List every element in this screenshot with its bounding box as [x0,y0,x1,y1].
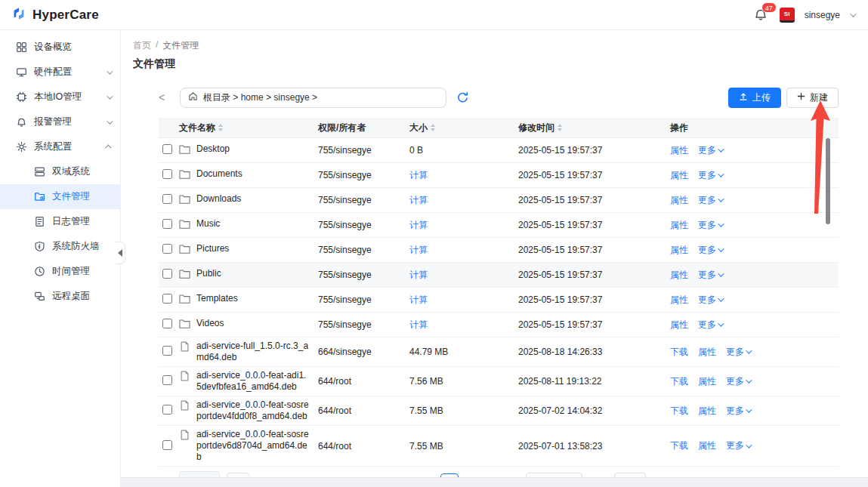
row-checkbox[interactable] [162,194,172,204]
download-link[interactable]: 下载 [670,439,688,452]
row-checkbox[interactable] [162,405,172,415]
more-link[interactable]: 更多 [726,346,750,359]
sidebar-item-label: 硬件配置 [34,66,72,79]
properties-link[interactable]: 属性 [670,244,688,257]
compute-size-link[interactable]: 计算 [409,319,428,330]
row-checkbox[interactable] [162,244,172,254]
file-size: 7.55 MB [409,441,443,452]
more-link[interactable]: 更多 [698,294,722,307]
sort-icon[interactable] [218,124,223,131]
refresh-button[interactable] [454,89,471,106]
row-checkbox[interactable] [162,169,172,179]
file-name[interactable]: adi-service_0.0.0-feat-sosreportdev6d870… [196,429,318,463]
sidebar-item-7[interactable]: 日志管理 [0,209,120,234]
file-name[interactable]: adi-service-full_1.5.0-rc.3_amd64.deb [196,341,318,363]
more-link[interactable]: 更多 [698,319,722,331]
file-name[interactable]: adi-service_0.0.0-feat-sosreportdev4fdd0… [196,399,318,422]
download-link[interactable]: 下载 [670,375,688,388]
more-link[interactable]: 更多 [698,144,722,157]
breadcrumb-home[interactable]: 首页 [133,39,151,52]
properties-link[interactable]: 属性 [670,294,688,307]
sort-icon[interactable] [558,124,562,131]
file-name[interactable]: Music [196,218,227,230]
properties-link[interactable]: 属性 [670,319,688,331]
more-link[interactable]: 更多 [698,194,722,207]
file-name[interactable]: Public [196,268,229,279]
row-checkbox[interactable] [162,144,172,154]
more-link[interactable]: 更多 [698,269,722,282]
download-link[interactable]: 下载 [670,405,688,418]
row-actions: 下载属性更多 [670,346,839,359]
row-checkbox[interactable] [162,346,172,356]
more-link[interactable]: 更多 [726,439,750,452]
compute-size-link[interactable]: 计算 [409,195,428,205]
sidebar-item-label: 时间管理 [52,265,90,278]
sidebar-item-2[interactable]: 本地IO管理 [0,85,120,109]
brand[interactable]: HyperCare [0,5,99,25]
username-label[interactable]: sinsegye [805,10,840,20]
sidebar-item-4[interactable]: 系统配置 [0,134,120,159]
file-name[interactable]: Pictures [196,243,236,254]
folder-icon [179,269,190,282]
breadcrumb-separator: / [156,39,158,52]
sidebar-item-10[interactable]: 远程桌面 [0,284,120,309]
path-input[interactable]: 根目录 > home > sinsegye > [180,88,446,108]
properties-link[interactable]: 属性 [698,346,716,359]
vertical-scrollbar-thumb[interactable] [826,138,830,224]
properties-link[interactable]: 属性 [698,439,716,452]
file-name[interactable]: Templates [196,293,246,304]
sidebar-collapse-handle[interactable] [116,242,125,264]
sidebar-item-1[interactable]: 硬件配置 [0,60,120,85]
file-name[interactable]: adi-service_0.0.0-feat-adi1.5devfbfea16_… [196,370,318,393]
user-menu-chevron-down-icon[interactable] [850,11,856,17]
properties-link[interactable]: 属性 [698,405,716,418]
properties-link[interactable]: 属性 [670,169,688,182]
more-link[interactable]: 更多 [698,169,722,182]
table-body: Desktop 755/sinsegye 0 B 2025-05-15 19:5… [159,138,839,467]
user-avatar[interactable]: SI [780,8,795,23]
sort-icon[interactable] [431,124,435,131]
notification-bell-button[interactable]: 47 [753,7,770,23]
sidebar-item-6[interactable]: 文件管理 [0,184,120,209]
row-checkbox[interactable] [162,375,172,385]
upload-button[interactable]: 上传 [728,88,781,108]
properties-link[interactable]: 属性 [670,144,688,157]
sidebar-item-8[interactable]: 系统防火墙 [0,234,120,259]
file-name[interactable]: Videos [196,318,231,329]
properties-link[interactable]: 属性 [698,375,716,388]
compute-size-link[interactable]: 计算 [409,294,428,305]
sidebar-item-chevron-icon [107,118,113,124]
create-button[interactable]: 新建 [786,88,839,108]
sidebar-item-9[interactable]: 时间管理 [0,259,120,284]
more-chevron-down-icon [746,406,752,412]
file-mtime: 2025-07-02 14:04:32 [518,405,670,416]
bell-icon [753,11,768,24]
sidebar-item-5[interactable]: 双域系统 [0,159,120,184]
sidebar-item-label: 报警管理 [34,116,72,128]
back-button[interactable]: < [159,91,171,103]
compute-size-link[interactable]: 计算 [409,245,428,255]
file-name[interactable]: Downloads [196,193,249,205]
row-checkbox[interactable] [162,319,172,328]
more-link[interactable]: 更多 [726,405,750,418]
more-link[interactable]: 更多 [698,219,722,232]
download-link[interactable]: 下载 [670,346,688,359]
file-name[interactable]: Documents [196,168,250,180]
row-checkbox[interactable] [162,269,172,279]
compute-size-link[interactable]: 计算 [409,270,428,280]
plus-icon [797,92,805,103]
compute-size-link[interactable]: 计算 [409,220,428,230]
row-checkbox[interactable] [162,294,172,304]
row-checkbox[interactable] [162,440,172,450]
file-name[interactable]: Desktop [196,143,237,155]
sidebar-item-0[interactable]: 设备概览 [0,35,120,60]
row-checkbox[interactable] [162,219,172,229]
more-link[interactable]: 更多 [726,375,750,388]
properties-link[interactable]: 属性 [670,269,688,282]
row-actions: 属性更多 [670,244,839,257]
compute-size-link[interactable]: 计算 [409,170,428,180]
properties-link[interactable]: 属性 [670,194,688,207]
properties-link[interactable]: 属性 [670,219,688,232]
more-link[interactable]: 更多 [698,244,722,257]
sidebar-item-3[interactable]: 报警管理 [0,109,120,134]
